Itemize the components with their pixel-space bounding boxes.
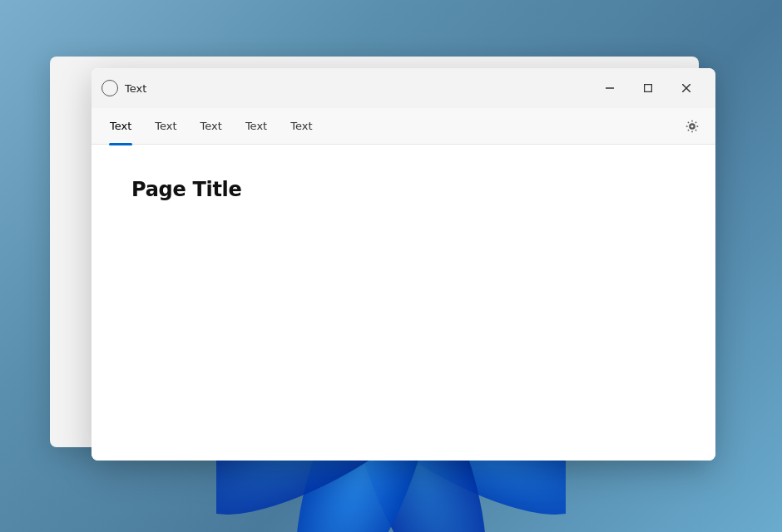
close-button[interactable] [667,75,705,101]
close-icon [682,84,690,92]
content-area: Page Title [92,145,715,461]
window-title: Text [125,82,591,95]
main-window: Text Text Text Te [92,68,715,461]
svg-point-13 [690,124,695,128]
menu-tab-5[interactable]: Text [280,113,322,139]
maximize-button[interactable] [629,75,667,101]
window-controls [591,75,705,101]
svg-rect-10 [645,85,652,92]
settings-button[interactable] [677,111,707,141]
menu-bar: Text Text Text Text Text [92,108,715,145]
menu-tab-4[interactable]: Text [235,113,277,139]
menu-tab-1[interactable]: Text [100,113,141,139]
minimize-icon [606,84,614,92]
title-bar: Text [92,68,715,108]
maximize-icon [644,84,652,92]
menu-tabs: Text Text Text Text Text [100,113,677,139]
menu-tab-2[interactable]: Text [145,113,186,139]
menu-tab-3[interactable]: Text [191,113,232,139]
gear-icon [685,119,700,134]
minimize-button[interactable] [591,75,629,101]
page-title: Page Title [131,178,676,201]
app-icon [101,80,118,96]
